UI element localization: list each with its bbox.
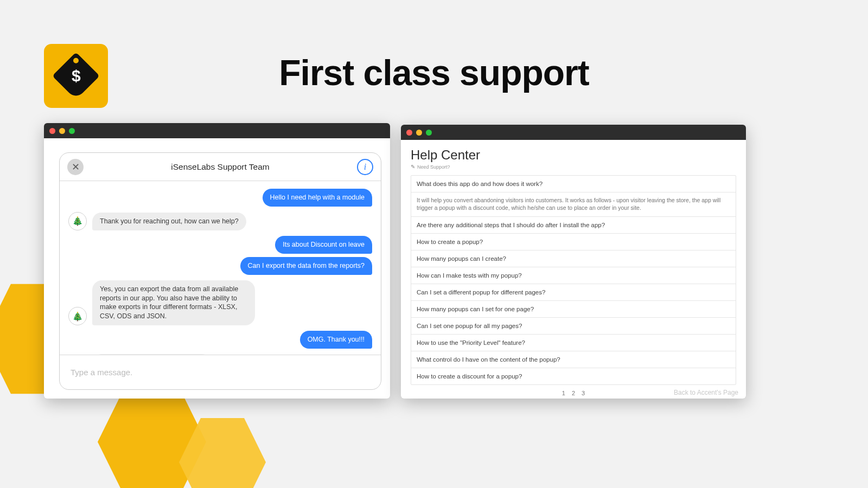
chat-title: iSenseLabs Support Team bbox=[60, 162, 381, 172]
back-link[interactable]: Back to Accent's Page bbox=[674, 389, 738, 396]
support-avatar-icon: 🎄 bbox=[68, 307, 87, 325]
chat-body: Hello I need help with a module 🎄 Thank … bbox=[60, 181, 381, 355]
help-center-content: Help Center ✎ Need Support? What does th… bbox=[401, 140, 746, 399]
faq-question[interactable]: Can I set a different popup for differen… bbox=[411, 284, 736, 301]
minimize-traffic-light-icon[interactable] bbox=[416, 130, 422, 136]
chat-bubble: Thank you for reaching out, how can we h… bbox=[92, 213, 246, 230]
chat-bubble: Yes, you can export the data from all av… bbox=[92, 280, 255, 326]
page-title: First class support bbox=[0, 52, 868, 93]
faq-question[interactable]: How to create a popup? bbox=[411, 234, 736, 251]
close-traffic-light-icon[interactable] bbox=[49, 128, 55, 134]
chat-input[interactable] bbox=[71, 368, 370, 377]
chat-message-sent: OMG. Thank you!!! bbox=[68, 331, 372, 349]
chat-message-sent: Hello I need help with a module bbox=[68, 189, 372, 207]
need-support-link[interactable]: Need Support? bbox=[417, 164, 450, 170]
page-link[interactable]: 3 bbox=[582, 390, 585, 396]
faq-list: What does this app do and how does it wo… bbox=[411, 175, 736, 385]
chat-bubble: Can I export the data from the reports? bbox=[240, 257, 372, 275]
chat-message-sent: Can I export the data from the reports? bbox=[68, 257, 372, 275]
faq-question[interactable]: What control do I have on the content of… bbox=[411, 351, 736, 368]
faq-question[interactable]: How many popups can I set for one page? bbox=[411, 301, 736, 318]
faq-question[interactable]: How to use the "Priority Level" feature? bbox=[411, 335, 736, 351]
help-center-window: Help Center ✎ Need Support? What does th… bbox=[401, 125, 746, 399]
faq-question[interactable]: Can I set one popup for all my pages? bbox=[411, 318, 736, 335]
page-link[interactable]: 2 bbox=[572, 390, 575, 396]
faq-question[interactable]: How to create a discount for a popup? bbox=[411, 368, 736, 384]
zoom-traffic-light-icon[interactable] bbox=[69, 128, 75, 134]
chat-message-sent: Its about Discount on leave bbox=[68, 236, 372, 254]
help-center-subtitle[interactable]: ✎ Need Support? bbox=[411, 164, 736, 170]
support-avatar-icon: 🎄 bbox=[68, 212, 87, 230]
close-traffic-light-icon[interactable] bbox=[406, 130, 412, 136]
chat-window: ✕ iSenseLabs Support Team i Hello I need… bbox=[44, 123, 390, 399]
chat-bubble: Hello I need help with a module bbox=[263, 189, 372, 207]
chat-bubble: Its about Discount on leave bbox=[275, 236, 372, 254]
chat-message-received: 🎄 Yes, you can export the data from all … bbox=[68, 280, 372, 326]
help-center-title: Help Center bbox=[411, 147, 736, 163]
window-titlebar bbox=[44, 123, 390, 138]
minimize-traffic-light-icon[interactable] bbox=[59, 128, 65, 134]
chat-message-received: 🎄 Thank you for reaching out, how can we… bbox=[68, 212, 372, 230]
pencil-icon: ✎ bbox=[411, 164, 415, 170]
chat-shell: ✕ iSenseLabs Support Team i Hello I need… bbox=[59, 152, 381, 390]
page-link[interactable]: 1 bbox=[562, 390, 565, 396]
faq-question[interactable]: How can I make tests with my popup? bbox=[411, 267, 736, 284]
faq-answer: It will help you convert abandoning visi… bbox=[411, 192, 736, 217]
chat-input-area bbox=[60, 355, 381, 389]
faq-question[interactable]: Are there any additional steps that I sh… bbox=[411, 217, 736, 234]
faq-question[interactable]: What does this app do and how does it wo… bbox=[411, 176, 736, 192]
faq-question[interactable]: How many popups can I create? bbox=[411, 251, 736, 267]
chat-header: ✕ iSenseLabs Support Team i bbox=[60, 153, 381, 181]
chat-bubble: OMG. Thank you!!! bbox=[300, 331, 372, 349]
window-titlebar bbox=[401, 125, 746, 140]
zoom-traffic-light-icon[interactable] bbox=[426, 130, 432, 136]
